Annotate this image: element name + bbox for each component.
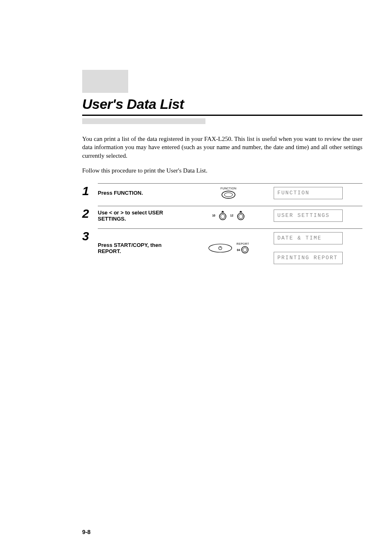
report-label: REPORT (237, 242, 249, 245)
start-report-graphic: REPORT 04 (208, 242, 249, 253)
key-04-label: 04 (237, 249, 240, 251)
page-title: User's Data List (82, 96, 362, 112)
key-10-label: 10 (212, 214, 215, 217)
step-3-lcd-1: DATE & TIME (274, 232, 343, 244)
step-1: 1 Press FUNCTION. FUNCTION FUNCTION (82, 183, 362, 199)
function-label: FUNCTION (221, 187, 237, 190)
report-button-icon (241, 246, 249, 253)
step-1-number: 1 (82, 185, 92, 197)
function-button-icon (221, 191, 235, 199)
less-than-symbol: < (109, 210, 112, 216)
step-2-text: Use < or > to select USER SETTINGS. (98, 210, 184, 222)
sub-gray-bar (82, 118, 205, 124)
svg-point-5 (239, 214, 243, 219)
greater-than-symbol: > (120, 210, 124, 216)
step-3: 3 Press START/COPY, then REPORT. REPORT (82, 228, 362, 264)
intro-paragraph: You can print a list of the data registe… (82, 135, 362, 160)
step-3-number: 3 (82, 230, 92, 242)
header-gray-bar (82, 70, 128, 93)
svg-point-3 (221, 214, 225, 219)
right-arrow-button-icon (237, 211, 245, 221)
svg-point-10 (243, 248, 247, 252)
function-button-graphic: FUNCTION (221, 187, 237, 199)
svg-point-9 (242, 246, 248, 253)
steps-list: 1 Press FUNCTION. FUNCTION FUNCTION (82, 183, 362, 264)
step-2-text-pre: Use (98, 210, 109, 216)
arrow-buttons-graphic: 10 12 (212, 211, 245, 221)
key-12-label: 12 (230, 214, 233, 217)
step-2-number: 2 (82, 207, 92, 220)
step-3-lcd-2: PRINTING REPORT (274, 252, 343, 264)
svg-point-1 (224, 193, 233, 197)
svg-point-4 (238, 213, 244, 220)
step-1-text: Press FUNCTION. (98, 190, 184, 196)
follow-paragraph: Follow this procedure to print the User'… (82, 167, 362, 174)
start-copy-button-icon (208, 244, 233, 253)
step-2-text-mid: or (112, 210, 120, 216)
title-rule (82, 115, 362, 116)
step-1-lcd: FUNCTION (274, 187, 343, 199)
svg-point-2 (219, 213, 226, 220)
step-2: 2 Use < or > to select USER SETTINGS. 10… (82, 206, 362, 222)
page-number: 9-8 (82, 529, 90, 535)
svg-point-0 (222, 191, 235, 198)
step-3-text: Press START/COPY, then REPORT. (98, 242, 184, 254)
left-arrow-button-icon (219, 211, 227, 221)
step-2-lcd: USER SETTINGS (274, 210, 343, 222)
